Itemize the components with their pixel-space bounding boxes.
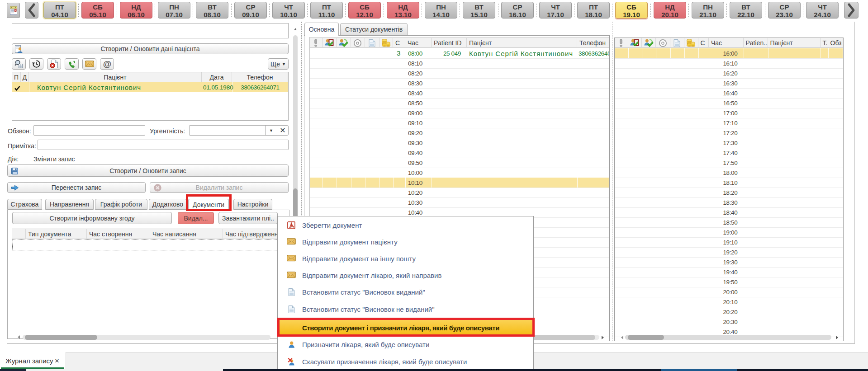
- svg-text:@: @: [103, 60, 111, 69]
